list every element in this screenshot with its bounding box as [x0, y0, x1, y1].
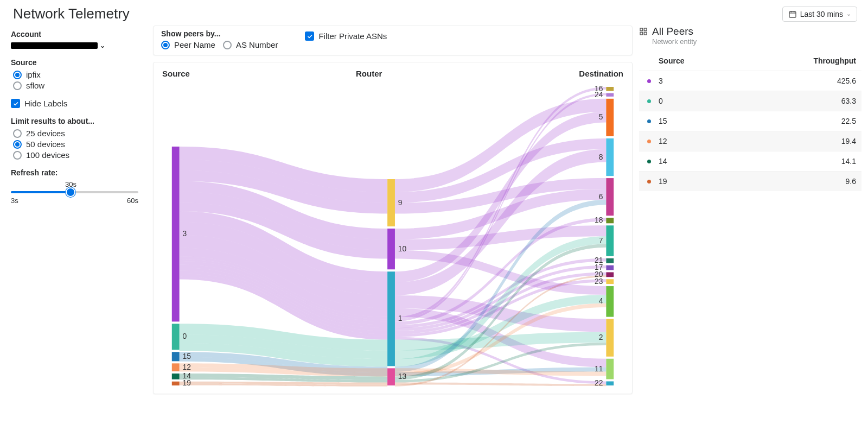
- svg-text:8: 8: [599, 152, 603, 161]
- svg-text:24: 24: [595, 90, 603, 99]
- peer-row[interactable]: 19 9.6: [639, 171, 861, 191]
- svg-rect-15: [387, 229, 395, 269]
- checkbox-label: Filter Private ASNs: [318, 31, 387, 41]
- radio-icon: [13, 129, 22, 138]
- radio-icon: [13, 151, 22, 160]
- limit-radio-100[interactable]: 100 devices: [13, 150, 146, 160]
- svg-rect-51: [640, 28, 643, 31]
- svg-rect-19: [387, 368, 395, 385]
- chart-header-source: Source: [162, 69, 356, 78]
- account-label: Account: [11, 30, 146, 39]
- svg-rect-13: [387, 179, 395, 226]
- svg-text:5: 5: [599, 112, 603, 121]
- radio-icon: [161, 41, 170, 49]
- page-title: Network Telemetry: [13, 5, 130, 22]
- radio-label: 25 devices: [26, 129, 65, 138]
- time-range-label: Last 30 mins: [800, 10, 843, 18]
- svg-text:19: 19: [183, 378, 192, 387]
- svg-rect-45: [606, 319, 614, 357]
- checkbox-label: Hide Labels: [24, 99, 67, 108]
- checkbox-icon: [305, 31, 314, 41]
- peer-throughput: 22.5: [807, 117, 856, 125]
- svg-rect-11: [172, 382, 180, 385]
- account-selector[interactable]: ⌄: [11, 42, 146, 49]
- peer-row[interactable]: 0 63.3: [639, 91, 861, 111]
- svg-text:4: 4: [599, 296, 603, 305]
- peer-source: 3: [654, 77, 807, 85]
- source-radio-ipfix[interactable]: ipfix: [13, 70, 146, 79]
- right-panel: All Peers Network entity Source Throughp…: [639, 26, 861, 191]
- hide-labels-checkbox[interactable]: Hide Labels: [11, 99, 146, 108]
- checkbox-icon: [11, 99, 20, 108]
- color-dot: [647, 140, 651, 143]
- svg-text:6: 6: [599, 192, 603, 201]
- color-dot: [647, 160, 651, 163]
- svg-text:18: 18: [595, 216, 603, 224]
- chart-header-destination: Destination: [531, 69, 623, 78]
- filter-bar: Show peers by... Peer Name AS Number Fil…: [153, 26, 633, 55]
- svg-rect-29: [606, 178, 614, 216]
- peer-row[interactable]: 14 14.1: [639, 151, 861, 171]
- peer-throughput: 425.6: [807, 77, 856, 85]
- svg-text:2: 2: [599, 333, 603, 341]
- sidebar: Account ⌄ Source ipfix sflow Hide Labels: [11, 26, 146, 213]
- svg-rect-49: [606, 381, 614, 385]
- color-dot: [647, 99, 651, 103]
- color-dot: [647, 180, 651, 183]
- color-dot: [647, 79, 651, 83]
- source-radio-sflow[interactable]: sflow: [13, 81, 146, 90]
- radio-label: AS Number: [236, 40, 278, 49]
- svg-rect-52: [644, 28, 647, 31]
- limit-radio-50[interactable]: 50 devices: [13, 140, 146, 149]
- radio-label: ipfix: [26, 70, 41, 79]
- grid-icon: [639, 27, 648, 36]
- sankey-card: Source Router Destination 30151214199101…: [153, 62, 633, 394]
- peer-row[interactable]: 12 19.4: [639, 131, 861, 151]
- peer-source: 0: [654, 97, 807, 105]
- peer-source: 15: [654, 117, 807, 125]
- show-peers-radio-asnumber[interactable]: AS Number: [223, 40, 278, 49]
- svg-rect-21: [606, 87, 614, 91]
- svg-text:23: 23: [595, 277, 603, 286]
- radio-label: Peer Name: [174, 40, 215, 49]
- calendar-icon: [788, 10, 797, 18]
- peer-col-source[interactable]: Source: [654, 56, 807, 65]
- svg-text:0: 0: [183, 332, 187, 340]
- limit-radio-25[interactable]: 25 devices: [13, 129, 146, 138]
- svg-rect-3: [172, 324, 180, 350]
- svg-rect-37: [606, 265, 614, 270]
- svg-text:22: 22: [595, 378, 603, 387]
- svg-rect-31: [606, 218, 614, 223]
- svg-rect-23: [606, 93, 614, 97]
- right-panel-subtitle: Network entity: [652, 37, 861, 46]
- chevron-down-icon: ⌄: [846, 10, 851, 17]
- svg-rect-33: [606, 225, 614, 256]
- chart-header-router: Router: [356, 69, 531, 78]
- peer-source: 19: [654, 177, 807, 186]
- peer-row[interactable]: 15 22.5: [639, 111, 861, 131]
- svg-text:10: 10: [398, 244, 407, 253]
- filter-private-asns-checkbox[interactable]: Filter Private ASNs: [305, 31, 387, 41]
- sankey-chart[interactable]: 3015121419910113162458618721172023421122: [162, 81, 623, 394]
- chevron-down-icon: ⌄: [100, 42, 105, 49]
- peer-throughput: 19.4: [807, 137, 856, 145]
- svg-rect-5: [172, 352, 180, 361]
- peer-throughput: 63.3: [807, 97, 856, 105]
- peer-throughput: 14.1: [807, 157, 856, 166]
- radio-icon: [13, 81, 22, 90]
- svg-rect-47: [606, 359, 614, 379]
- show-peers-label: Show peers by...: [161, 29, 283, 38]
- svg-rect-17: [387, 271, 395, 366]
- peer-row[interactable]: 3 425.6: [639, 71, 861, 91]
- radio-label: 100 devices: [26, 150, 69, 160]
- show-peers-radio-peername[interactable]: Peer Name: [161, 40, 215, 49]
- svg-text:11: 11: [595, 364, 603, 373]
- radio-icon: [13, 71, 22, 79]
- slider-max: 60s: [127, 197, 138, 205]
- svg-rect-9: [172, 374, 180, 379]
- time-range-picker[interactable]: Last 30 mins ⌄: [782, 7, 857, 22]
- refresh-slider[interactable]: 30s 3s 60s: [11, 180, 138, 205]
- peer-col-throughput[interactable]: Throughput: [807, 56, 856, 65]
- svg-rect-35: [606, 258, 614, 263]
- svg-text:9: 9: [398, 198, 403, 206]
